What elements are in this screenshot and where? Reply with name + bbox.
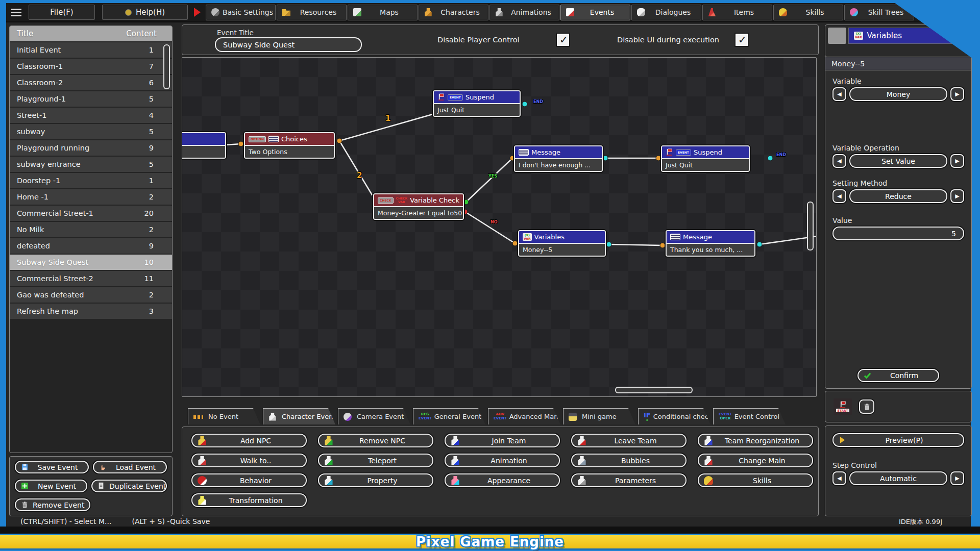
command-button[interactable]: Remove NPC <box>318 434 433 447</box>
disable-player-control-checkbox[interactable] <box>557 34 569 46</box>
node-message-1[interactable]: Message I don't have enough ... <box>514 145 603 172</box>
operation-select[interactable]: Set Value <box>849 154 947 168</box>
command-button[interactable]: Teleport <box>318 454 433 467</box>
remove-event-button[interactable]: Remove Event <box>15 498 90 511</box>
duplicate-event-button[interactable]: Duplicate Event <box>91 480 167 492</box>
command-label: Walk to.. <box>211 457 301 465</box>
event-list-row[interactable]: defeated 9 <box>10 238 172 254</box>
command-button[interactable]: Walk to.. <box>191 454 307 467</box>
command-category-tab[interactable]: Mini game <box>563 408 635 424</box>
preview-button[interactable]: Preview(P) <box>832 433 964 447</box>
event-list-row[interactable]: subway 5 <box>10 124 172 139</box>
command-button[interactable]: Behavior <box>191 473 307 487</box>
command-button[interactable]: Property <box>318 473 433 487</box>
command-category-tab[interactable]: ADV EVENT Advanced Manag... <box>488 408 560 424</box>
main-tab[interactable]: Maps <box>348 5 418 20</box>
node-suspend-2[interactable]: EVENT Suspend Just Quit <box>661 145 750 172</box>
command-button[interactable]: Transformation <box>191 493 307 507</box>
event-list-row[interactable]: Refresh the map 3 <box>10 304 172 319</box>
command-label: Property <box>337 477 427 485</box>
confirm-button[interactable]: Confirm <box>857 369 939 382</box>
disable-ui-checkbox[interactable] <box>736 34 748 46</box>
command-category-tab[interactable]: No Event <box>188 408 260 424</box>
node-suspend-1[interactable]: EVENT Suspend Just Quit <box>433 90 521 117</box>
command-category-tab[interactable]: REG EVENT General Event <box>413 408 485 424</box>
value-input[interactable] <box>832 227 964 240</box>
load-event-button[interactable]: Load Event <box>93 461 167 473</box>
event-list-row[interactable]: Classroom-1 7 <box>10 59 172 74</box>
node-stub[interactable]: .... <box>182 132 226 159</box>
command-button[interactable]: Change Main <box>698 454 813 467</box>
main-tab-label: Resources <box>293 8 346 16</box>
command-button[interactable]: Add NPC <box>191 434 307 447</box>
variable-next-button[interactable]: ▶ <box>950 87 964 101</box>
command-category-tab[interactable]: Camera Event <box>338 408 410 424</box>
event-node-canvas[interactable]: 1 2 YES NO END END .... OPTION Choices T… <box>182 57 817 397</box>
event-list-row[interactable]: No Milk 2 <box>10 222 172 237</box>
event-list-row[interactable]: Home -1 2 <box>10 189 172 205</box>
variable-prev-button[interactable]: ◀ <box>832 87 846 101</box>
command-button[interactable]: Animation <box>445 454 560 467</box>
canvas-horizontal-scrollbar[interactable] <box>615 387 693 393</box>
main-tab[interactable]: Animations <box>489 5 559 20</box>
event-list-row[interactable]: Subway Side Quest 10 <box>10 255 172 270</box>
event-list-row[interactable]: Classroom-2 6 <box>10 75 172 90</box>
main-tab[interactable]: Dialogues <box>631 5 701 20</box>
main-tab[interactable]: Skills <box>773 5 843 20</box>
event-list-row[interactable]: Street-1 4 <box>10 108 172 123</box>
file-menu[interactable]: File(F) <box>29 5 95 20</box>
command-category-tab[interactable]: EVENT OPER Event Control <box>713 408 786 424</box>
canvas-vertical-scrollbar[interactable] <box>807 202 814 251</box>
event-list-row[interactable]: Playground running 9 <box>10 140 172 156</box>
node-choices[interactable]: OPTION Choices Two Options <box>244 132 335 159</box>
main-tab[interactable]: Basic Settings <box>206 5 276 20</box>
event-list-row[interactable]: Doorstep -1 1 <box>10 173 172 188</box>
main-tab[interactable]: Items <box>702 5 772 20</box>
save-event-button[interactable]: Save Event <box>15 461 89 473</box>
command-button[interactable]: Appearance <box>445 473 560 487</box>
step-control-next-button[interactable]: ▶ <box>950 471 964 485</box>
change-main-icon <box>704 456 713 465</box>
walk-to-icon <box>198 456 207 465</box>
step-control-select[interactable]: Automatic <box>849 471 947 485</box>
delete-node-button[interactable] <box>859 399 874 414</box>
step-control-prev-button[interactable]: ◀ <box>832 471 846 485</box>
event-count-cell: 5 <box>149 128 165 136</box>
event-list-row[interactable]: Initial Event 1 <box>10 42 172 58</box>
event-title-cell: Home -1 <box>17 193 48 201</box>
main-tab[interactable]: Characters <box>419 5 488 20</box>
command-button[interactable]: Bubbles <box>571 454 687 467</box>
start-flag-icon[interactable]: START <box>834 398 852 415</box>
command-button[interactable]: Leave Team <box>571 434 687 447</box>
method-select[interactable]: Reduce <box>849 189 947 203</box>
event-list-row[interactable]: subway entrance 5 <box>10 157 172 172</box>
command-button[interactable]: Join Team <box>445 434 560 447</box>
event-list-row[interactable]: Commercial Street-1 20 <box>10 206 172 221</box>
operation-prev-button[interactable]: ◀ <box>832 154 846 168</box>
help-menu[interactable]: Help(H) <box>102 5 188 20</box>
node-variable-check[interactable]: CHECK CHECK VAR Variable Check Money-Gre… <box>373 193 464 220</box>
method-prev-button[interactable]: ◀ <box>832 189 846 203</box>
event-list-row[interactable]: Playground-1 5 <box>10 91 172 107</box>
main-tab[interactable]: Resources <box>277 5 347 20</box>
event-list-row[interactable]: Commercial Street-2 11 <box>10 271 172 286</box>
run-icon[interactable] <box>194 8 201 17</box>
node-message-2[interactable]: Message Thank you so much, ... <box>666 230 755 257</box>
event-count-cell: 2 <box>149 291 165 299</box>
operation-next-button[interactable]: ▶ <box>950 154 964 168</box>
event-title-input[interactable] <box>215 37 362 52</box>
main-tab[interactable]: Events <box>560 5 630 20</box>
command-button[interactable]: Skills <box>698 473 813 487</box>
command-button[interactable]: Team Reorganization <box>698 434 813 447</box>
event-list-scrollbar[interactable] <box>163 44 170 89</box>
new-event-button[interactable]: New Event <box>15 480 87 492</box>
variable-select[interactable]: Money <box>849 87 947 101</box>
command-button[interactable]: Parameters <box>571 473 687 487</box>
hamburger-menu-icon[interactable] <box>11 9 21 16</box>
method-next-button[interactable]: ▶ <box>950 189 964 203</box>
command-category-tab[interactable]: Character Event <box>263 408 335 424</box>
variable-icon: (X) VAR <box>854 32 863 40</box>
command-category-tab[interactable]: IF x Conditional check <box>638 408 710 424</box>
event-list-row[interactable]: Gao was defeated 2 <box>10 287 172 303</box>
node-variables[interactable]: (X) VAR Variables Money--5 <box>518 230 606 257</box>
